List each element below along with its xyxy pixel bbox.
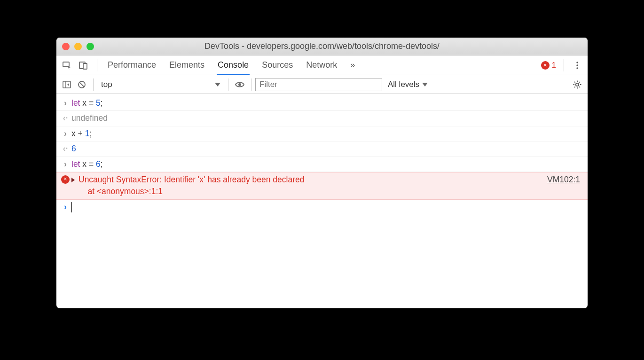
clear-console-icon[interactable] bbox=[74, 77, 89, 92]
input-chevron-icon: › bbox=[61, 158, 70, 170]
error-counter[interactable]: × 1 bbox=[539, 61, 558, 70]
input-chevron-icon: › bbox=[61, 128, 70, 140]
inspect-icon[interactable] bbox=[59, 58, 74, 73]
console-error-row[interactable]: × Uncaught SyntaxError: Identifier 'x' h… bbox=[56, 172, 588, 200]
console-toolbar: top All levels bbox=[56, 75, 588, 94]
console-output: › let x = 5; ‹· undefined › x + 1; ‹· 6 … bbox=[56, 94, 588, 308]
console-output-row: ‹· 6 bbox=[56, 141, 588, 157]
tab-performance[interactable]: Performance bbox=[107, 56, 157, 75]
tabs: Performance Elements Console Sources Net… bbox=[103, 55, 537, 75]
svg-marker-8 bbox=[67, 83, 69, 86]
svg-rect-6 bbox=[63, 81, 71, 88]
svg-line-10 bbox=[79, 82, 84, 87]
console-input-text: let x = 6; bbox=[70, 158, 583, 170]
separator bbox=[97, 59, 97, 71]
show-sidebar-icon[interactable] bbox=[59, 77, 74, 92]
traffic-lights bbox=[62, 43, 94, 50]
svg-line-17 bbox=[574, 82, 575, 83]
devtools-window: DevTools - developers.google.com/web/too… bbox=[56, 38, 588, 308]
console-output-text: 6 bbox=[70, 143, 583, 155]
tab-console[interactable]: Console bbox=[217, 56, 250, 75]
separator bbox=[93, 78, 94, 91]
output-chevron-icon: ‹· bbox=[61, 143, 70, 155]
error-icon: × bbox=[541, 61, 550, 70]
minimize-button[interactable] bbox=[74, 43, 82, 50]
console-input-text: x + 1; bbox=[70, 128, 583, 140]
filter-input[interactable] bbox=[255, 78, 382, 91]
expand-triangle-icon[interactable] bbox=[70, 174, 77, 186]
separator bbox=[564, 59, 564, 71]
tab-sources[interactable]: Sources bbox=[261, 56, 294, 75]
svg-line-18 bbox=[579, 86, 580, 87]
gear-icon[interactable] bbox=[570, 77, 585, 92]
error-icon-symbol: × bbox=[543, 62, 547, 69]
console-output-text: undefined bbox=[70, 112, 583, 124]
toggle-device-icon[interactable] bbox=[76, 58, 91, 73]
window-title: DevTools - developers.google.com/web/too… bbox=[56, 41, 588, 51]
chevron-down-icon bbox=[215, 83, 220, 86]
svg-rect-2 bbox=[83, 63, 87, 69]
console-input-text: let x = 5; bbox=[70, 97, 583, 109]
maximize-button[interactable] bbox=[86, 43, 94, 50]
context-selector-value: top bbox=[101, 80, 112, 89]
tab-overflow[interactable]: » bbox=[349, 56, 356, 75]
chevron-down-icon bbox=[422, 83, 428, 86]
svg-rect-0 bbox=[63, 62, 69, 67]
console-prompt-input[interactable] bbox=[70, 201, 583, 213]
svg-line-19 bbox=[574, 86, 575, 87]
error-icon: × bbox=[61, 175, 70, 184]
svg-point-12 bbox=[576, 83, 579, 86]
svg-point-4 bbox=[576, 64, 578, 66]
separator bbox=[228, 78, 228, 91]
tab-elements[interactable]: Elements bbox=[168, 56, 205, 75]
svg-point-11 bbox=[238, 83, 241, 86]
tab-network[interactable]: Network bbox=[305, 56, 338, 75]
input-chevron-icon: › bbox=[61, 97, 70, 109]
log-level-value: All levels bbox=[388, 80, 419, 89]
context-selector[interactable]: top bbox=[97, 80, 224, 89]
error-count-value: 1 bbox=[552, 61, 556, 70]
close-button[interactable] bbox=[62, 43, 70, 50]
svg-point-3 bbox=[576, 62, 578, 63]
error-source-link[interactable]: VM102:1 bbox=[547, 174, 580, 186]
console-output-row: ‹· undefined bbox=[56, 111, 588, 126]
titlebar: DevTools - developers.google.com/web/too… bbox=[56, 38, 588, 55]
prompt-chevron-icon: › bbox=[61, 201, 70, 213]
log-level-selector[interactable]: All levels bbox=[388, 80, 428, 89]
error-message: Uncaught SyntaxError: Identifier 'x' has… bbox=[77, 174, 542, 198]
console-input-row[interactable]: › let x = 6; bbox=[56, 157, 588, 172]
eye-icon[interactable] bbox=[232, 77, 247, 92]
more-menu-icon[interactable] bbox=[570, 58, 585, 73]
console-prompt[interactable]: › bbox=[56, 200, 588, 214]
svg-line-20 bbox=[579, 82, 580, 83]
console-input-row[interactable]: › let x = 5; bbox=[56, 96, 588, 111]
separator bbox=[251, 78, 251, 91]
output-chevron-icon: ‹· bbox=[61, 112, 70, 124]
main-toolbar: Performance Elements Console Sources Net… bbox=[56, 55, 588, 75]
svg-point-5 bbox=[576, 67, 578, 69]
console-input-row[interactable]: › x + 1; bbox=[56, 126, 588, 141]
